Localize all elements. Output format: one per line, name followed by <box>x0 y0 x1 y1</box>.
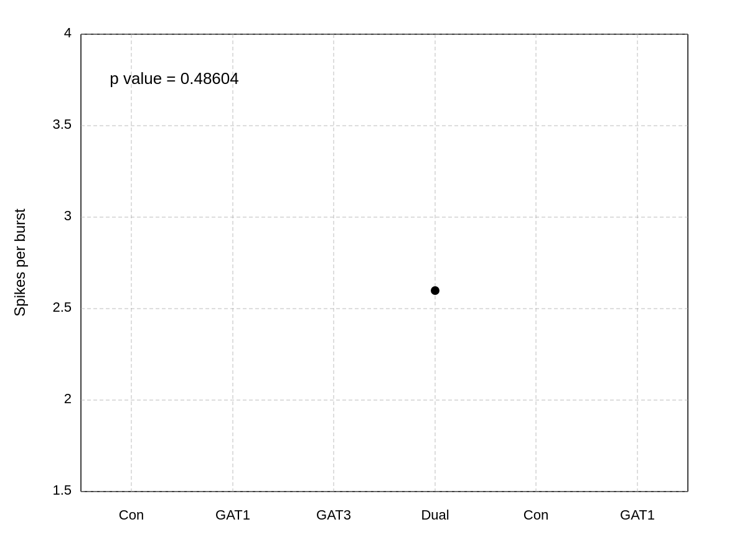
y-tick-1-5: 1.5 <box>52 482 72 498</box>
data-point-dual <box>431 286 439 295</box>
x-tick-gat1-2: GAT1 <box>620 507 655 523</box>
chart-container: 4 3.5 3 2.5 2 1.5 Spikes per burst Con G… <box>0 0 747 560</box>
x-tick-gat1-1: GAT1 <box>215 507 250 523</box>
y-tick-2-5: 2.5 <box>52 299 72 315</box>
y-tick-3-5: 3.5 <box>52 116 72 132</box>
y-axis-label: Spikes per burst <box>11 208 28 317</box>
p-value-label: p value = 0.48604 <box>110 69 238 88</box>
x-tick-con2: Con <box>524 507 548 523</box>
y-tick-4: 4 <box>64 25 72 40</box>
x-tick-con1: Con <box>119 507 144 523</box>
x-tick-dual: Dual <box>421 507 449 523</box>
y-tick-3: 3 <box>64 208 72 223</box>
x-tick-gat3: GAT3 <box>316 507 351 523</box>
scatter-plot: 4 3.5 3 2.5 2 1.5 Spikes per burst Con G… <box>0 0 747 560</box>
y-tick-2: 2 <box>64 391 72 406</box>
